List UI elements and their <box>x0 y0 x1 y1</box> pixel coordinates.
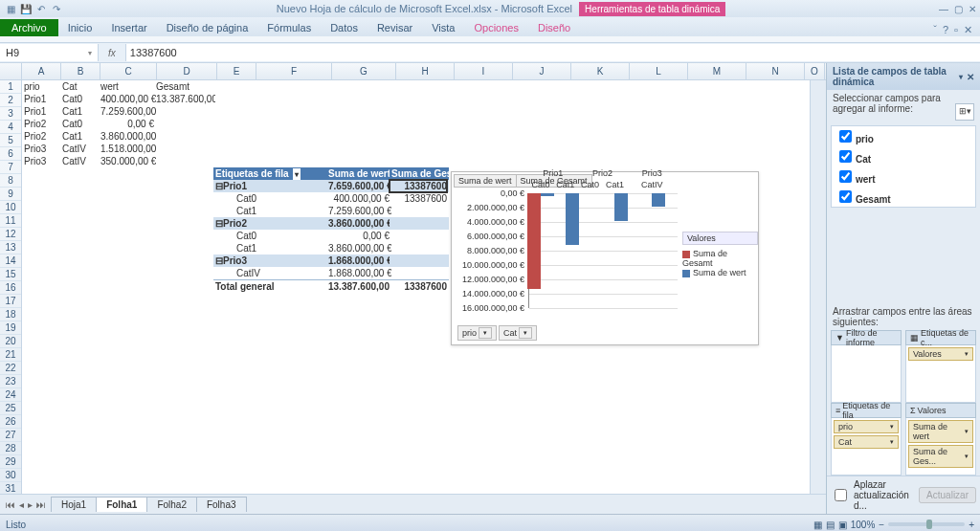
bar-Prio3-CatIV-Suma de wert[interactable] <box>652 193 665 207</box>
formula-bar[interactable]: 13387600 <box>125 44 980 61</box>
col-header-D[interactable]: D <box>157 63 217 79</box>
cell-B6[interactable]: CatIV <box>60 143 100 155</box>
row-header-29[interactable]: 29 <box>0 455 21 469</box>
col-header-C[interactable]: C <box>100 63 157 79</box>
help-icon[interactable]: ? <box>943 24 948 36</box>
cells-canvas[interactable]: prioCatwertGesamtPrio1Cat0400.000,00 €13… <box>22 80 810 494</box>
cell-H11[interactable] <box>390 205 449 217</box>
cell-G13[interactable]: 0,00 € <box>326 230 391 242</box>
col-header-N[interactable]: N <box>746 63 805 79</box>
col-header-F[interactable]: F <box>256 63 332 79</box>
row-header-12[interactable]: 12 <box>0 228 21 241</box>
cell-G10[interactable]: 400.000,00 € <box>326 192 391 205</box>
cell-A1[interactable]: prio <box>22 80 62 93</box>
cell-B5[interactable]: Cat1 <box>60 130 100 143</box>
tab-Vista[interactable]: Vista <box>422 19 464 36</box>
chart-filter-prio[interactable]: prio ▾ <box>457 325 497 341</box>
last-sheet-icon[interactable]: ⏭ <box>34 499 48 510</box>
close-workbook-icon[interactable]: ✕ <box>964 24 972 36</box>
legend-item-Suma de wert[interactable]: Suma de wert <box>682 268 758 277</box>
tab-Diseño de página[interactable]: Diseño de página <box>157 19 258 36</box>
cell-H17[interactable]: 13387600 <box>390 279 449 293</box>
field-Gesamt[interactable]: Gesamt <box>832 187 975 207</box>
field-checkbox-Cat[interactable] <box>839 150 852 163</box>
fx-icon[interactable]: fx <box>104 48 120 58</box>
legend-item-Suma de Gesamt[interactable]: Suma de Gesamt <box>682 249 758 268</box>
field-Cat[interactable]: Cat <box>832 146 975 166</box>
cell-D2[interactable]: 13.387.600,00 € <box>154 93 215 105</box>
prev-sheet-icon[interactable]: ◂ <box>17 499 26 510</box>
defer-update-checkbox[interactable] <box>835 489 847 501</box>
row-header-31[interactable]: 31 <box>0 482 21 494</box>
row-header-23[interactable]: 23 <box>0 375 21 388</box>
redo-icon[interactable]: ↷ <box>50 2 63 15</box>
tab-Opciones[interactable]: Opciones <box>464 19 527 36</box>
cell-A6[interactable]: Prio3 <box>22 143 62 155</box>
cell-H13[interactable] <box>390 230 449 242</box>
cell-G17[interactable]: 13.387.600,00 € <box>326 279 391 293</box>
tab-Fórmulas[interactable]: Fórmulas <box>257 19 321 36</box>
tab-Diseño[interactable]: Diseño <box>528 19 580 36</box>
cell-B2[interactable]: Cat0 <box>60 93 100 105</box>
next-sheet-icon[interactable]: ▸ <box>26 499 34 510</box>
area-item-Suma de wert[interactable]: Suma de wert▾ <box>908 420 973 443</box>
tab-Insertar[interactable]: Insertar <box>101 19 156 36</box>
tab-file[interactable]: Archivo <box>0 19 58 36</box>
col-header-A[interactable]: A <box>22 63 61 79</box>
area-item-Cat[interactable]: Cat▾ <box>834 435 899 449</box>
row-header-27[interactable]: 27 <box>0 429 21 442</box>
field-prio[interactable]: prio <box>832 126 975 146</box>
cell-H8[interactable]: Suma de Gesamt <box>390 167 449 180</box>
pivot-grand-total-label[interactable]: Total general <box>213 279 328 293</box>
cell-A2[interactable]: Prio1 <box>22 93 62 105</box>
field-checkbox-prio[interactable] <box>839 130 852 143</box>
row-header-6[interactable]: 6 <box>0 147 21 161</box>
cell-B4[interactable]: Cat0 <box>60 118 100 130</box>
row-header-13[interactable]: 13 <box>0 241 21 254</box>
field-checkbox-wert[interactable] <box>839 170 852 183</box>
bar-Prio1-Cat1-Suma de wert[interactable] <box>566 193 579 245</box>
cell-H15[interactable] <box>390 254 449 267</box>
view-break-icon[interactable]: ▣ <box>838 520 847 530</box>
bar-Prio2-Cat1-Suma de wert[interactable] <box>614 193 628 221</box>
row-header-7[interactable]: 7 <box>0 161 21 174</box>
sheet-tab-Folha3[interactable]: Folha3 <box>196 497 247 512</box>
cell-G14[interactable]: 3.860.000,00 € <box>326 242 391 254</box>
vertical-scrollbar[interactable] <box>810 80 826 494</box>
cell-G8[interactable]: Suma de wert <box>326 167 391 180</box>
cell-G16[interactable]: 1.868.000,00 € <box>326 267 391 279</box>
restore-window-icon[interactable]: ▫ <box>954 24 958 36</box>
cell-A5[interactable]: Prio2 <box>22 130 62 143</box>
zoom-in-icon[interactable]: + <box>969 520 974 530</box>
pivot-rowlabel-dropdown-icon[interactable]: ▾ <box>293 168 301 180</box>
cell-G12[interactable]: 3.860.000,00 € <box>326 217 391 230</box>
area-item-Valores[interactable]: Valores▾ <box>908 347 973 361</box>
col-header-G[interactable]: G <box>332 63 396 79</box>
tab-Inicio[interactable]: Inicio <box>58 19 102 36</box>
row-header-3[interactable]: 3 <box>0 107 21 121</box>
row-header-1[interactable]: 1 <box>0 80 21 94</box>
sheet-tab-Folha1[interactable]: Folha1 <box>96 497 147 512</box>
cell-B1[interactable]: Cat <box>60 80 100 93</box>
cell-H14[interactable] <box>390 242 449 254</box>
sheet-tab-Hoja1[interactable]: Hoja1 <box>51 497 97 512</box>
slicer-Suma de wert[interactable]: Suma de wert <box>454 174 517 188</box>
field-pane-close-icon[interactable]: ✕ <box>967 72 974 82</box>
view-page-icon[interactable]: ▤ <box>826 520 835 530</box>
zoom-out-icon[interactable]: − <box>879 520 884 530</box>
row-header-17[interactable]: 17 <box>0 295 21 308</box>
cell-G11[interactable]: 7.259.600,00 € <box>326 205 391 217</box>
undo-icon[interactable]: ↶ <box>34 2 48 15</box>
row-header-21[interactable]: 21 <box>0 348 21 362</box>
col-header-O[interactable]: O <box>805 63 825 79</box>
name-box[interactable]: H9 ▾ <box>0 44 99 61</box>
bar-Prio1-Cat0-Suma de Gesamt[interactable] <box>527 193 541 289</box>
row-header-14[interactable]: 14 <box>0 254 21 268</box>
view-normal-icon[interactable]: ▦ <box>813 520 822 530</box>
cell-A7[interactable]: Prio3 <box>22 155 62 167</box>
row-header-8[interactable]: 8 <box>0 174 21 188</box>
chart-filter-Cat[interactable]: Cat ▾ <box>499 325 537 341</box>
row-header-11[interactable]: 11 <box>0 214 21 228</box>
area-filter[interactable] <box>831 345 902 403</box>
cell-A4[interactable]: Prio2 <box>22 118 62 130</box>
